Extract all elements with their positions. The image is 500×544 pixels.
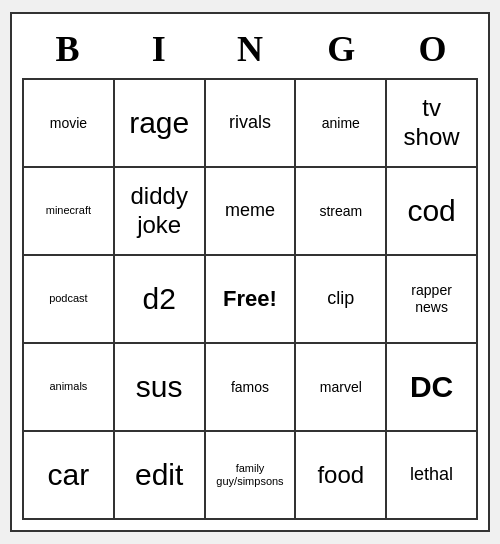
bingo-cell-1-3[interactable]: stream [296,168,387,256]
bingo-cell-text-0-0: movie [50,115,87,132]
bingo-cell-0-0[interactable]: movie [24,80,115,168]
bingo-cell-text-4-3: food [317,461,364,490]
bingo-cell-2-4[interactable]: rappernews [387,256,478,344]
bingo-cell-0-2[interactable]: rivals [206,80,297,168]
bingo-cell-4-4[interactable]: lethal [387,432,478,520]
bingo-cell-text-1-1: diddyjoke [131,182,188,240]
bingo-cell-text-3-1: sus [136,369,183,405]
bingo-cell-text-2-4: rappernews [411,282,451,316]
bingo-cell-0-1[interactable]: rage [115,80,206,168]
bingo-cell-text-1-3: stream [319,203,362,220]
bingo-cell-1-1[interactable]: diddyjoke [115,168,206,256]
header-letter-b: B [22,24,113,78]
bingo-cell-text-4-0: car [48,457,90,493]
bingo-cell-text-2-2: Free! [223,286,277,312]
bingo-cell-text-1-4: cod [407,193,455,229]
header-letter-i: I [113,24,204,78]
bingo-cell-2-0[interactable]: podcast [24,256,115,344]
bingo-cell-4-2[interactable]: familyguy/simpsons [206,432,297,520]
bingo-cell-text-3-4: DC [410,369,453,405]
bingo-cell-text-4-1: edit [135,457,183,493]
header-letter-o: O [387,24,478,78]
bingo-card: BINGO movieragerivalsanimetvshowminecraf… [10,12,490,532]
bingo-cell-text-4-4: lethal [410,464,453,486]
bingo-cell-0-3[interactable]: anime [296,80,387,168]
bingo-cell-text-0-1: rage [129,105,189,141]
bingo-cell-4-0[interactable]: car [24,432,115,520]
bingo-header: BINGO [22,24,478,78]
bingo-cell-2-3[interactable]: clip [296,256,387,344]
bingo-cell-text-1-0: minecraft [46,204,91,217]
bingo-cell-1-2[interactable]: meme [206,168,297,256]
bingo-cell-text-3-0: animals [49,380,87,393]
bingo-cell-text-0-4: tvshow [404,94,460,152]
bingo-cell-text-3-3: marvel [320,379,362,396]
bingo-cell-text-4-2: familyguy/simpsons [216,462,283,488]
bingo-cell-text-0-2: rivals [229,112,271,134]
bingo-cell-0-4[interactable]: tvshow [387,80,478,168]
bingo-cell-3-4[interactable]: DC [387,344,478,432]
bingo-cell-2-1[interactable]: d2 [115,256,206,344]
bingo-cell-1-0[interactable]: minecraft [24,168,115,256]
bingo-cell-4-1[interactable]: edit [115,432,206,520]
bingo-cell-text-2-3: clip [327,288,354,310]
bingo-grid: movieragerivalsanimetvshowminecraftdiddy… [22,78,478,520]
bingo-cell-text-1-2: meme [225,200,275,222]
bingo-cell-3-0[interactable]: animals [24,344,115,432]
header-letter-g: G [296,24,387,78]
bingo-cell-1-4[interactable]: cod [387,168,478,256]
bingo-cell-3-3[interactable]: marvel [296,344,387,432]
bingo-cell-text-3-2: famos [231,379,269,396]
bingo-cell-4-3[interactable]: food [296,432,387,520]
bingo-cell-text-2-0: podcast [49,292,88,305]
bingo-cell-text-2-1: d2 [143,281,176,317]
bingo-cell-2-2[interactable]: Free! [206,256,297,344]
bingo-cell-3-1[interactable]: sus [115,344,206,432]
bingo-cell-3-2[interactable]: famos [206,344,297,432]
header-letter-n: N [204,24,295,78]
bingo-cell-text-0-3: anime [322,115,360,132]
